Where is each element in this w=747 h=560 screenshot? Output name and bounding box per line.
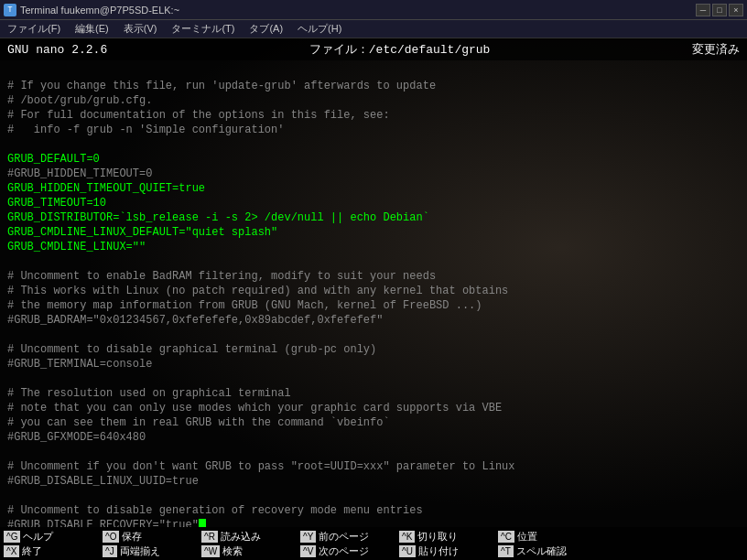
footer-command: ^Tスペル確認 [498, 544, 590, 558]
footer-key[interactable]: ^K [399, 531, 415, 543]
editor-line: GRUB_DISTRIBUTOR=`lsb_release -i -s 2> /… [7, 210, 740, 225]
editor-line: # you can see them in real GRUB with the… [7, 415, 740, 430]
footer-key[interactable]: ^V [300, 545, 316, 557]
editor-line: # This works with Linux (no patch requir… [7, 284, 740, 298]
footer-key[interactable]: ^O [103, 531, 119, 543]
footer-command: ^R読み込み [201, 530, 293, 544]
menubar-item[interactable]: ヘルプ(H) [294, 22, 345, 36]
footer-key[interactable]: ^W [201, 545, 220, 557]
editor-line: # Uncomment to disable generation of rec… [7, 503, 740, 518]
footer-label: 前のページ [316, 530, 369, 544]
footer-command: ^Y前のページ [300, 530, 392, 544]
menubar-item[interactable]: 表示(V) [120, 22, 161, 36]
footer-label: 位置 [514, 530, 537, 544]
titlebar: T Terminal fuukemn@P7P5SD-ELK:~ ─ □ × [0, 0, 747, 20]
editor-line: #GRUB_GFXMODE=640x480 [7, 430, 740, 445]
footer-label: 貼り付け [416, 544, 459, 558]
editor-line: # Uncomment to disable graphical termina… [7, 342, 740, 357]
editor-line: # note that you can only use modes which… [7, 401, 740, 415]
editor-line [7, 372, 740, 386]
nano-editor[interactable]: # If you change this file, run 'update-g… [0, 60, 747, 527]
menubar-item[interactable]: タブ(A) [245, 22, 287, 36]
editor-line: #GRUB_DISABLE_LINUX_UUID=true [7, 474, 740, 489]
editor-line [7, 489, 740, 503]
maximize-button[interactable]: □ [712, 4, 727, 16]
footer-command: ^Gヘルプ [4, 530, 95, 544]
editor-line: # For full documentation of the options … [7, 108, 740, 123]
footer-key[interactable]: ^T [498, 545, 514, 557]
editor-line: GRUB_CMDLINE_LINUX_DEFAULT="quiet splash… [7, 225, 740, 240]
editor-line: # The resolution used on graphical termi… [7, 386, 740, 401]
editor-line: GRUB_TIMEOUT=10 [7, 196, 740, 210]
nano-header: GNU nano 2.2.6 ファイル：/etc/default/grub 変更… [0, 38, 747, 60]
editor-line: # /boot/grub/grub.cfg. [7, 93, 740, 108]
footer-label: 次のページ [316, 544, 369, 558]
footer-key[interactable]: ^Y [300, 531, 316, 543]
footer-label: 両端揃え [117, 544, 160, 558]
editor-line: GRUB_DEFAULT=0 [7, 152, 740, 167]
editor-line [7, 137, 740, 152]
footer-label: 終了 [19, 544, 42, 558]
nano-version: GNU nano 2.2.6 [7, 43, 107, 57]
footer-row-2: ^X終了^J両端揃え^W検索^V次のページ^U貼り付け^Tスペル確認 [4, 544, 743, 558]
editor-line: # Uncomment to enable BadRAM filtering, … [7, 269, 740, 284]
titlebar-title: Terminal fuukemn@P7P5SD-ELK:~ [20, 5, 179, 16]
footer-key[interactable]: ^R [201, 531, 218, 543]
footer-command: ^J両端揃え [103, 544, 194, 558]
footer-key[interactable]: ^U [399, 545, 416, 557]
editor-line: # the memory map information from GRUB (… [7, 298, 740, 313]
footer-row-1: ^Gヘルプ^O保存^R読み込み^Y前のページ^K切り取り^C位置 [4, 530, 743, 544]
footer-command: ^C位置 [498, 530, 590, 544]
editor-line [7, 328, 740, 342]
menubar: ファイル(F)編集(E)表示(V)ターミナル(T)タブ(A)ヘルプ(H) [0, 20, 747, 38]
footer-label: 検索 [220, 544, 243, 558]
footer-key[interactable]: ^C [498, 531, 514, 543]
terminal-window: GNU nano 2.2.6 ファイル：/etc/default/grub 変更… [0, 38, 747, 560]
footer-command: ^O保存 [103, 530, 194, 544]
footer-command: ^V次のページ [300, 544, 392, 558]
editor-line: # Uncomment if you don't want GRUB to pa… [7, 459, 740, 474]
editor-line [7, 254, 740, 269]
window-controls: ─ □ × [696, 4, 743, 16]
editor-line: # If you change this file, run 'update-g… [7, 79, 740, 93]
footer-label: スペル確認 [514, 544, 567, 558]
editor-line: #GRUB_BADRAM="0x01234567,0xfefefefe,0x89… [7, 313, 740, 328]
footer-key[interactable]: ^G [4, 531, 20, 543]
editor-line: #GRUB_DISABLE_RECOVERY="true" [7, 518, 740, 527]
editor-line: #GRUB_TERMINAL=console [7, 357, 740, 372]
editor-line [7, 64, 740, 79]
footer-label: 読み込み [218, 530, 261, 544]
close-button[interactable]: × [729, 4, 743, 16]
footer-command: ^X終了 [4, 544, 95, 558]
editor-line: # info -f grub -n 'Simple configuration' [7, 123, 740, 137]
footer-key[interactable]: ^X [4, 545, 19, 557]
footer-command: ^U貼り付け [399, 544, 491, 558]
nano-footer: ^Gヘルプ^O保存^R読み込み^Y前のページ^K切り取り^C位置 ^X終了^J両… [0, 527, 747, 560]
nano-file-label: ファイル：/etc/default/grub [107, 41, 692, 58]
titlebar-left: T Terminal fuukemn@P7P5SD-ELK:~ [4, 4, 179, 16]
footer-key[interactable]: ^J [103, 545, 117, 557]
footer-command: ^K切り取り [399, 530, 491, 544]
editor-line: GRUB_HIDDEN_TIMEOUT_QUIET=true [7, 181, 740, 196]
minimize-button[interactable]: ─ [696, 4, 710, 16]
footer-label: ヘルプ [20, 530, 53, 544]
menubar-item[interactable]: ターミナル(T) [168, 22, 238, 36]
footer-label: 切り取り [415, 530, 458, 544]
menubar-item[interactable]: ファイル(F) [4, 22, 64, 36]
nano-modified: 変更済み [692, 41, 740, 58]
editor-line: #GRUB_HIDDEN_TIMEOUT=0 [7, 167, 740, 181]
terminal-icon: T [4, 4, 16, 16]
footer-command: ^W検索 [201, 544, 293, 558]
editor-line [7, 445, 740, 459]
footer-label: 保存 [119, 530, 142, 544]
text-cursor [199, 519, 206, 527]
editor-line: GRUB_CMDLINE_LINUX="" [7, 240, 740, 254]
menubar-item[interactable]: 編集(E) [71, 22, 113, 36]
